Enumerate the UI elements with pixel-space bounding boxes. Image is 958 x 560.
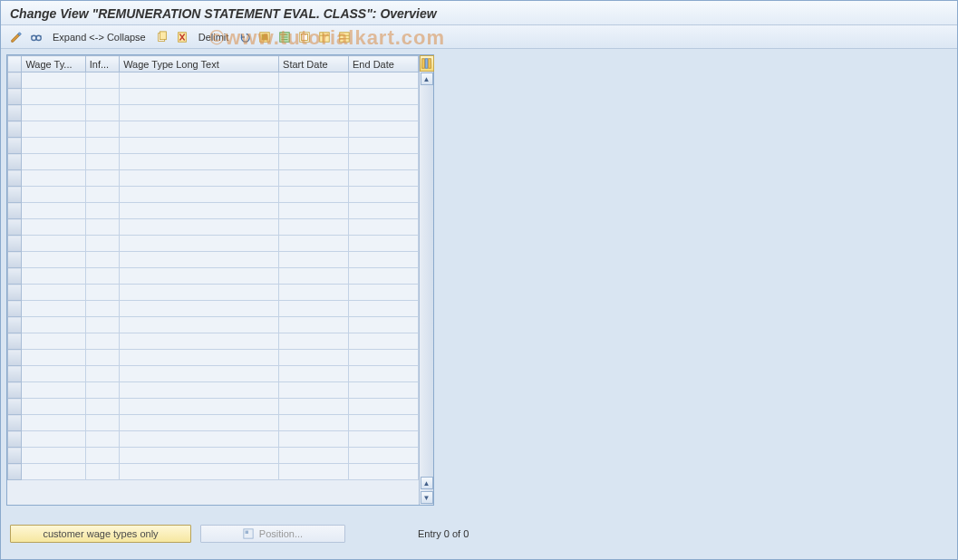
cell[interactable] — [120, 415, 279, 431]
table-row[interactable] — [8, 464, 419, 480]
cell[interactable] — [85, 350, 119, 366]
cell[interactable] — [349, 317, 419, 333]
cell[interactable] — [279, 105, 349, 121]
cell[interactable] — [279, 285, 349, 301]
col-long-text[interactable]: Wage Type Long Text — [120, 56, 279, 72]
cell[interactable] — [120, 301, 279, 317]
cell[interactable] — [22, 154, 85, 170]
cell[interactable] — [279, 203, 349, 219]
col-wage-type[interactable]: Wage Ty... — [22, 56, 85, 72]
cell[interactable] — [349, 350, 419, 366]
cell[interactable] — [22, 285, 85, 301]
cell[interactable] — [120, 236, 279, 252]
table-row[interactable] — [8, 399, 419, 415]
cell[interactable] — [120, 170, 279, 187]
table-row[interactable] — [8, 121, 419, 138]
cell[interactable] — [85, 448, 119, 464]
table-row[interactable] — [8, 333, 419, 350]
vertical-scrollbar[interactable]: ▲ ▲ ▼ — [419, 55, 433, 505]
cell[interactable] — [120, 399, 279, 415]
cell[interactable] — [120, 203, 279, 219]
row-selector[interactable] — [8, 268, 22, 285]
col-inf[interactable]: Inf... — [85, 56, 119, 72]
cell[interactable] — [22, 138, 85, 154]
cell[interactable] — [22, 105, 85, 121]
scroll-up-icon[interactable]: ▲ — [421, 72, 433, 85]
cell[interactable] — [349, 105, 419, 121]
table-row[interactable] — [8, 382, 419, 399]
row-selector[interactable] — [8, 138, 22, 154]
row-selector[interactable] — [8, 72, 22, 89]
cell[interactable] — [22, 448, 85, 464]
cell[interactable] — [349, 399, 419, 415]
cell[interactable] — [22, 382, 85, 399]
cell[interactable] — [85, 415, 119, 431]
row-selector[interactable] — [8, 301, 22, 317]
cell[interactable] — [85, 464, 119, 480]
cell[interactable] — [349, 236, 419, 252]
cell[interactable] — [85, 382, 119, 399]
cell[interactable] — [120, 366, 279, 382]
cell[interactable] — [120, 138, 279, 154]
cell[interactable] — [349, 366, 419, 382]
select-all-icon[interactable] — [256, 29, 273, 45]
delete-icon[interactable] — [174, 29, 190, 45]
row-selector[interactable] — [8, 382, 22, 399]
cell[interactable] — [22, 236, 85, 252]
cell[interactable] — [22, 301, 85, 317]
row-selector[interactable] — [8, 154, 22, 170]
table-row[interactable] — [8, 301, 419, 317]
cell[interactable] — [120, 464, 279, 480]
cell[interactable] — [279, 415, 349, 431]
cell[interactable] — [349, 170, 419, 187]
delimit-button[interactable]: Delimit — [194, 29, 234, 45]
cell[interactable] — [349, 219, 419, 236]
table-row[interactable] — [8, 170, 419, 187]
cell[interactable] — [22, 317, 85, 333]
cell[interactable] — [349, 187, 419, 203]
cell[interactable] — [279, 170, 349, 187]
row-selector[interactable] — [8, 121, 22, 138]
cell[interactable] — [22, 121, 85, 138]
table-row[interactable] — [8, 138, 419, 154]
customer-wage-types-button[interactable]: customer wage types only — [10, 525, 191, 543]
cell[interactable] — [349, 252, 419, 268]
cell[interactable] — [349, 138, 419, 154]
cell[interactable] — [279, 219, 349, 236]
row-selector[interactable] — [8, 187, 22, 203]
cell[interactable] — [22, 464, 85, 480]
row-selector[interactable] — [8, 431, 22, 448]
cell[interactable] — [279, 121, 349, 138]
cell[interactable] — [85, 366, 119, 382]
cell[interactable] — [279, 350, 349, 366]
cell[interactable] — [349, 333, 419, 350]
cell[interactable] — [85, 268, 119, 285]
cell[interactable] — [22, 431, 85, 448]
table-row[interactable] — [8, 350, 419, 366]
cell[interactable] — [279, 89, 349, 105]
cell[interactable] — [22, 366, 85, 382]
scroll-down-step-icon[interactable]: ▲ — [421, 477, 433, 489]
cell[interactable] — [85, 333, 119, 350]
table-row[interactable] — [8, 219, 419, 236]
cell[interactable] — [349, 268, 419, 285]
cell[interactable] — [120, 252, 279, 268]
table-row[interactable] — [8, 317, 419, 333]
configure-columns-icon[interactable] — [420, 55, 434, 72]
cell[interactable] — [85, 236, 119, 252]
table-row[interactable] — [8, 154, 419, 170]
row-selector[interactable] — [8, 285, 22, 301]
table-row[interactable] — [8, 268, 419, 285]
cell[interactable] — [349, 382, 419, 399]
cell[interactable] — [349, 285, 419, 301]
cell[interactable] — [22, 89, 85, 105]
cell[interactable] — [85, 105, 119, 121]
cell[interactable] — [279, 252, 349, 268]
cell[interactable] — [85, 203, 119, 219]
row-selector[interactable] — [8, 415, 22, 431]
glasses-icon[interactable] — [28, 29, 44, 45]
expand-collapse-button[interactable]: Expand <-> Collapse — [48, 29, 150, 45]
cell[interactable] — [349, 154, 419, 170]
row-selector[interactable] — [8, 350, 22, 366]
row-selector[interactable] — [8, 89, 22, 105]
